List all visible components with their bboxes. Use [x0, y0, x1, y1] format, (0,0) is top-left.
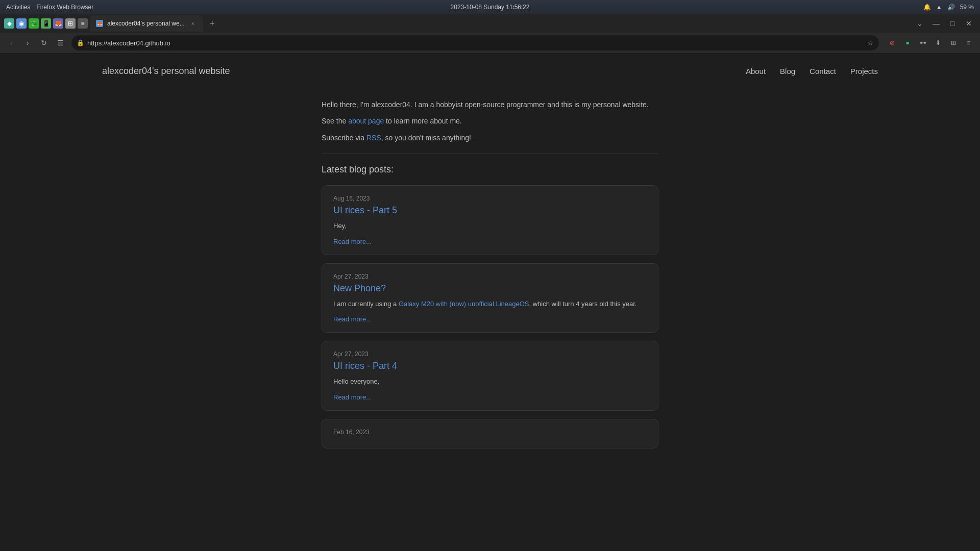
- back-button[interactable]: ‹: [4, 36, 18, 50]
- tab-close-button[interactable]: ×: [189, 19, 197, 28]
- url-text: https://alexcoder04.github.io: [87, 39, 170, 47]
- intro-line1: Hello there, I'm alexcoder04. I am a hob…: [322, 99, 658, 110]
- reader-view-button[interactable]: ☰: [53, 36, 67, 50]
- forward-button[interactable]: ›: [20, 36, 35, 50]
- browser-tabs-bar: ◆ ◉ 🐲 📱 🦊 ⊞ ≡ 🦊 alexcoder04's personal w…: [0, 14, 980, 33]
- activities-label[interactable]: Activities: [6, 4, 30, 11]
- app-icon-1: ◆: [4, 18, 14, 29]
- browser-action-buttons: ⊘ ● 👓 ⬇ ⊞ ≡: [885, 36, 976, 50]
- blog-card-2: Apr 27, 2023 UI rices - Part 4 Hello eve…: [322, 341, 658, 411]
- intro-line2-post: to learn more about me.: [384, 117, 462, 125]
- blog-title-1[interactable]: New Phone?: [333, 283, 647, 294]
- blog-date-2: Apr 27, 2023: [333, 350, 647, 358]
- extension-icon-glasses[interactable]: 👓: [916, 36, 930, 50]
- site-header: alexcoder04's personal website About Blo…: [0, 54, 980, 89]
- read-more-1[interactable]: Read more...: [333, 315, 372, 323]
- extensions-button[interactable]: ⊞: [946, 36, 961, 50]
- wifi-icon: ▲: [936, 4, 942, 11]
- blog-title-2[interactable]: UI rices - Part 4: [333, 361, 647, 371]
- app-icon-6: ⊞: [65, 18, 76, 29]
- intro-line2-pre: See the: [322, 117, 348, 125]
- browser-chrome: ◆ ◉ 🐲 📱 🦊 ⊞ ≡ 🦊 alexcoder04's personal w…: [0, 14, 980, 54]
- active-tab[interactable]: 🦊 alexcoder04's personal we... ×: [90, 15, 203, 32]
- nav-blog[interactable]: Blog: [780, 67, 795, 76]
- blog-date-1: Apr 27, 2023: [333, 273, 647, 280]
- lock-icon: 🔒: [77, 39, 84, 46]
- tab-favicon: 🦊: [96, 20, 103, 27]
- blog-card-3: Feb 16, 2023: [322, 419, 658, 448]
- app-icon-3: 🐲: [29, 18, 39, 29]
- app-icon-4: 📱: [41, 18, 51, 29]
- battery-indicator: 59 %: [960, 4, 974, 11]
- os-topbar: Activities Firefox Web Browser 2023-10-0…: [0, 0, 980, 14]
- website-container: alexcoder04's personal website About Blo…: [0, 54, 980, 551]
- close-button[interactable]: ✕: [962, 16, 976, 31]
- os-datetime: 2023-10-08 Sunday 11∶56∶22: [451, 4, 530, 11]
- blog-excerpt-0: Hey,: [333, 221, 647, 231]
- blog-date-0: Aug 16, 2023: [333, 195, 647, 202]
- new-tab-button[interactable]: +: [205, 16, 219, 31]
- nav-contact[interactable]: Contact: [810, 67, 836, 76]
- minimize-button[interactable]: —: [929, 16, 943, 31]
- tab-list-button[interactable]: ⌄: [913, 16, 927, 31]
- volume-icon: 🔊: [947, 4, 955, 11]
- maximize-button[interactable]: □: [945, 16, 960, 31]
- intro-line2: See the about page to learn more about m…: [322, 115, 658, 127]
- taskbar-app-icons: ◆ ◉ 🐲 📱 🦊 ⊞ ≡: [4, 18, 88, 29]
- app-icon-2: ◉: [16, 18, 27, 29]
- about-page-link[interactable]: about page: [348, 117, 384, 125]
- blog-title-0[interactable]: UI rices - Part 5: [333, 205, 647, 216]
- site-title: alexcoder04's personal website: [102, 66, 230, 77]
- nav-projects[interactable]: Projects: [850, 67, 878, 76]
- blog-card-1: Apr 27, 2023 New Phone? I am currently u…: [322, 263, 658, 333]
- site-nav: About Blog Contact Projects: [746, 67, 878, 76]
- browser-nav-bar: ‹ › ↻ ☰ 🔒 https://alexcoder04.github.io …: [0, 33, 980, 53]
- blog-excerpt-1: I am currently using a Galaxy M20 with (…: [333, 299, 647, 309]
- download-button[interactable]: ⬇: [931, 36, 945, 50]
- nav-about[interactable]: About: [746, 67, 766, 76]
- app-icon-5: 🦊: [53, 18, 63, 29]
- intro-line3: Subscribe via RSS, so you don't miss any…: [322, 132, 658, 143]
- intro-line3-pre: Subscribe via: [322, 134, 366, 142]
- address-bar[interactable]: 🔒 https://alexcoder04.github.io ☆: [71, 35, 879, 51]
- blog-excerpt-2: Hello everyone,: [333, 377, 647, 387]
- latest-posts-title: Latest blog posts:: [322, 164, 658, 175]
- os-system-tray: 🔔 ▲ 🔊 59 %: [923, 4, 974, 11]
- rss-link[interactable]: RSS: [366, 134, 381, 142]
- blog-card-0: Aug 16, 2023 UI rices - Part 5 Hey, Read…: [322, 185, 658, 255]
- browser-app-label: Firefox Web Browser: [36, 4, 93, 11]
- menu-button[interactable]: ≡: [962, 36, 976, 50]
- extension-icon-red[interactable]: ⊘: [885, 36, 899, 50]
- read-more-2[interactable]: Read more...: [333, 393, 372, 401]
- tab-title: alexcoder04's personal we...: [107, 20, 185, 27]
- reload-button[interactable]: ↻: [37, 36, 51, 50]
- app-icon-7: ≡: [78, 18, 88, 29]
- read-more-0[interactable]: Read more...: [333, 238, 372, 245]
- os-topbar-left: Activities Firefox Web Browser: [6, 4, 93, 11]
- bookmark-star-icon[interactable]: ☆: [867, 39, 874, 47]
- lineageos-link[interactable]: Galaxy M20 with (now) unofficial Lineage…: [399, 300, 529, 308]
- section-divider: [322, 154, 658, 154]
- intro-line3-post: , so you don't miss anything!: [381, 134, 471, 142]
- site-content: Hello there, I'm alexcoder04. I am a hob…: [322, 89, 658, 469]
- blog-date-3: Feb 16, 2023: [333, 429, 647, 436]
- extension-icon-green[interactable]: ●: [900, 36, 915, 50]
- network-icon: 🔔: [923, 4, 931, 11]
